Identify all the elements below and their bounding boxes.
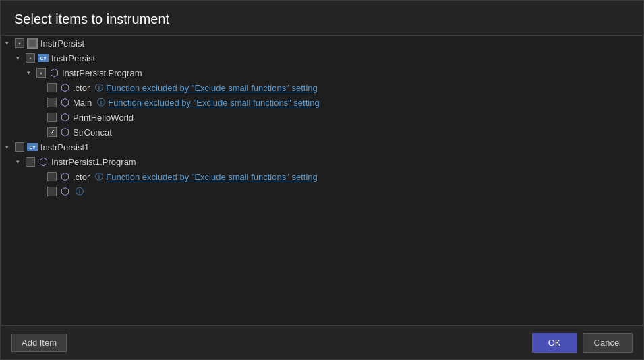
class-icon: C# — [27, 142, 38, 152]
checkbox[interactable] — [47, 127, 57, 137]
node-label: InstrPersist1 — [40, 142, 89, 152]
checkbox[interactable] — [47, 113, 57, 122]
info-icon[interactable]: ⓘ — [95, 171, 103, 183]
tree-row: ⬡ StrConcat — [1, 125, 643, 140]
checkbox[interactable] — [36, 68, 46, 78]
excluded-link[interactable]: Function excluded by "Exclude small func… — [106, 83, 317, 93]
expand-icon[interactable]: ▾ — [23, 67, 34, 78]
select-items-dialog: Select items to instrument ▾ InstrPersis… — [0, 0, 644, 360]
method-icon: ⬡ — [59, 97, 70, 108]
node-label: InstrPersist.Program — [62, 68, 142, 78]
expand-icon[interactable]: ▾ — [12, 156, 23, 167]
node-label: .ctor — [73, 83, 90, 93]
node-label: Main — [73, 98, 92, 108]
info-icon[interactable]: ⓘ — [76, 186, 84, 198]
dialog-buttons: OK Cancel — [532, 333, 633, 353]
checkbox[interactable] — [15, 38, 24, 48]
tree-row: ▾ ⬡ InstrPersist.Program — [1, 65, 643, 80]
expand-icon[interactable]: ▾ — [1, 38, 12, 49]
method-icon: ⬡ — [59, 171, 70, 182]
tree-row: ⬡ .ctor ⓘ Function excluded by "Exclude … — [1, 80, 643, 95]
excluded-link[interactable]: Function excluded by "Exclude small func… — [106, 172, 317, 182]
class-icon: C# — [38, 53, 49, 63]
bottom-bar: Add Item OK Cancel — [1, 326, 643, 359]
info-icon[interactable]: ⓘ — [97, 97, 105, 109]
node-label: .ctor — [73, 172, 90, 182]
checkbox[interactable] — [26, 53, 35, 63]
method-icon: ⬡ — [59, 127, 70, 138]
tree-row: ▾ C# InstrPersist — [1, 51, 643, 65]
method-icon: ⬡ — [59, 186, 70, 197]
checkbox[interactable] — [47, 98, 57, 107]
tree-row: ▾ InstrPersist — [1, 36, 643, 51]
tree-row: ⬡ PrintHelloWorld — [1, 110, 643, 125]
checkbox[interactable] — [26, 157, 35, 167]
tree-row: ⬡ Main ⓘ Function excluded by "Exclude s… — [1, 95, 643, 110]
expand-icon[interactable]: ▾ — [1, 142, 12, 152]
method-icon: ⬡ — [59, 82, 70, 93]
expand-icon[interactable]: ▾ — [12, 53, 23, 63]
excluded-link[interactable]: Function excluded by "Exclude small func… — [108, 98, 319, 108]
add-item-button[interactable]: Add Item — [11, 334, 67, 352]
node-label: InstrPersist — [51, 53, 95, 63]
info-icon[interactable]: ⓘ — [95, 82, 103, 94]
dialog-title: Select items to instrument — [1, 1, 643, 35]
method-icon: ⬡ — [59, 112, 70, 123]
svg-text:C#: C# — [30, 145, 36, 150]
node-label: StrConcat — [73, 127, 112, 138]
svg-text:C#: C# — [40, 56, 47, 61]
node-label: InstrPersist — [40, 38, 84, 49]
node-label: PrintHelloWorld — [73, 113, 134, 123]
svg-rect-0 — [28, 39, 36, 47]
tree-row: ⬡ ⓘ — [1, 184, 643, 199]
checkbox[interactable] — [47, 187, 57, 196]
tree-row: ▾ C# InstrPersist1 — [1, 140, 643, 154]
checkbox[interactable] — [47, 83, 57, 92]
node-label: InstrPersist1.Program — [51, 157, 136, 167]
namespace-icon: ⬡ — [38, 156, 49, 167]
cancel-button[interactable]: Cancel — [583, 333, 633, 353]
ok-button[interactable]: OK — [532, 333, 577, 353]
assembly-icon — [27, 38, 38, 49]
tree-row: ▾ ⬡ InstrPersist1.Program — [1, 154, 643, 169]
checkbox[interactable] — [47, 172, 57, 181]
tree-container[interactable]: ▾ InstrPersist ▾ C# InstrPersist ▾ ⬡ — [1, 35, 643, 326]
namespace-icon: ⬡ — [49, 67, 59, 78]
checkbox[interactable] — [15, 142, 24, 152]
tree-row: ⬡ .ctor ⓘ Function excluded by "Exclude … — [1, 169, 643, 184]
